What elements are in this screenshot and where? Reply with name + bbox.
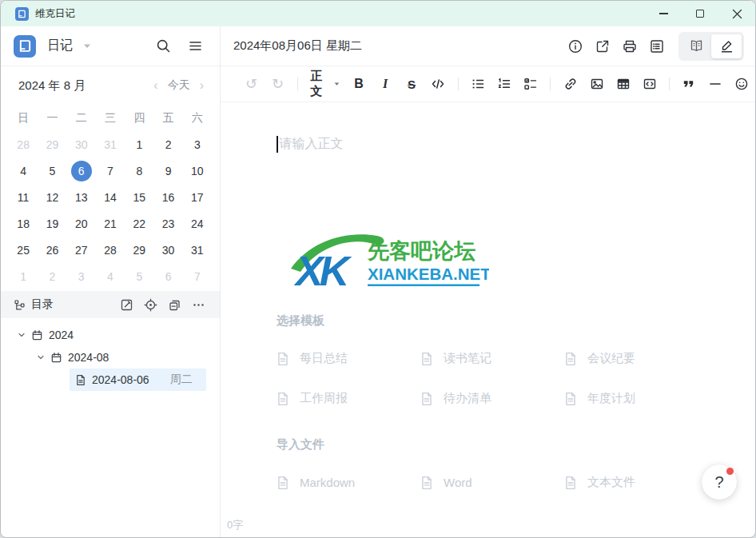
import-item[interactable]: Word (420, 472, 564, 493)
tree-item[interactable]: 2024-08 (1, 346, 220, 369)
template-item[interactable]: 待办清单 (420, 388, 564, 409)
calendar-day[interactable]: 22 (125, 210, 153, 237)
menu-button[interactable] (185, 36, 205, 57)
divider-button[interactable] (705, 73, 726, 95)
calendar-day[interactable]: 2 (38, 263, 66, 289)
file-icon (564, 476, 577, 490)
calendar-day[interactable]: 13 (67, 184, 96, 210)
close-button[interactable] (718, 1, 755, 26)
file-icon (277, 392, 289, 406)
calendar-day[interactable]: 20 (67, 210, 96, 237)
inline-code-button[interactable] (428, 73, 448, 95)
template-item[interactable]: 读书笔记 (420, 348, 564, 369)
calendar-day[interactable]: 6 (153, 263, 182, 289)
calendar-day[interactable]: 28 (9, 131, 38, 157)
calendar-day[interactable]: 8 (125, 157, 153, 184)
calendar-day[interactable]: 7 (96, 157, 125, 184)
calendar-day[interactable]: 1 (9, 263, 38, 289)
table-button[interactable] (613, 73, 634, 95)
bullet-list-button[interactable] (468, 73, 488, 95)
read-mode-button[interactable] (681, 34, 711, 58)
strikethrough-button[interactable]: S (401, 73, 422, 95)
import-item[interactable]: 文本文件 (564, 472, 708, 493)
edit-note-icon (120, 298, 133, 312)
link-button[interactable] (560, 73, 581, 95)
calendar-day[interactable]: 6 (67, 157, 96, 184)
redo-button[interactable]: ↻ (268, 73, 288, 95)
bold-button[interactable]: B (348, 73, 369, 95)
maximize-button[interactable] (682, 1, 718, 26)
calendar-day[interactable]: 17 (183, 184, 212, 210)
calendar-day[interactable]: 28 (96, 237, 125, 263)
template-item[interactable]: 每日总结 (277, 348, 420, 369)
calendar-day[interactable]: 9 (153, 157, 182, 184)
help-button[interactable]: ? (702, 464, 737, 500)
calendar-day[interactable]: 27 (67, 237, 96, 263)
emoji-button[interactable] (731, 73, 752, 95)
calendar-day[interactable]: 29 (125, 237, 153, 263)
undo-button[interactable]: ↺ (241, 73, 262, 95)
calendar-day[interactable]: 24 (183, 210, 212, 237)
calendar-day[interactable]: 30 (153, 237, 182, 263)
calendar-day[interactable]: 16 (153, 184, 182, 210)
template-grid: 每日总结读书笔记会议纪要工作周报待办清单年度计划 (277, 348, 708, 409)
calendar-day[interactable]: 25 (9, 237, 38, 263)
ordered-list-button[interactable] (494, 73, 515, 95)
task-list-button[interactable] (520, 73, 541, 95)
info-button[interactable] (562, 33, 589, 60)
search-button[interactable] (153, 36, 173, 57)
calendar-day[interactable]: 14 (96, 184, 125, 210)
tree-item[interactable]: 2024-08-06周二 (70, 369, 206, 391)
italic-button[interactable]: I (375, 73, 396, 95)
new-note-button[interactable] (117, 296, 135, 313)
image-button[interactable] (587, 73, 607, 95)
collapse-all-button[interactable] (165, 296, 183, 313)
calendar-day[interactable]: 15 (125, 184, 153, 210)
calendar-day[interactable]: 5 (125, 263, 153, 289)
directory-header: 目录 (1, 291, 220, 318)
prev-month-button[interactable]: ‹ (153, 79, 157, 92)
calendar-day[interactable]: 10 (183, 157, 212, 184)
calendar-day[interactable]: 31 (183, 237, 212, 263)
today-button[interactable]: 今天 (168, 78, 190, 93)
minimize-button[interactable] (645, 1, 682, 26)
chevron-down-icon[interactable] (17, 330, 26, 340)
calendar-day[interactable]: 29 (38, 131, 66, 157)
calendar-day[interactable]: 3 (67, 263, 96, 289)
calendar-day[interactable]: 3 (183, 131, 212, 157)
calendar-day[interactable]: 11 (9, 184, 38, 210)
calendar-day[interactable]: 19 (38, 210, 66, 237)
template-item[interactable]: 会议纪要 (564, 348, 708, 369)
import-item[interactable]: Markdown (277, 472, 420, 493)
more-options-button[interactable] (189, 296, 207, 313)
calendar-day[interactable]: 5 (38, 157, 66, 184)
editor-area[interactable]: 请输入正文 XK 先客吧论坛 XIANKEBA.NET 选择模板 每日总结读书笔… (221, 102, 755, 537)
calendar-day[interactable]: 2 (153, 131, 182, 157)
print-button[interactable] (616, 33, 643, 60)
calendar-day[interactable]: 12 (38, 184, 66, 210)
calendar-day[interactable]: 23 (153, 210, 182, 237)
export-button[interactable] (589, 33, 616, 60)
template-item[interactable]: 工作周报 (277, 388, 420, 409)
template-item[interactable]: 年度计划 (564, 388, 708, 409)
notebook-switcher[interactable]: 日记 (44, 38, 94, 54)
locate-today-button[interactable] (141, 296, 159, 313)
tree-item[interactable]: 2024 (1, 324, 220, 346)
calendar-day[interactable]: 26 (38, 237, 66, 263)
calendar-day[interactable]: 7 (183, 263, 212, 289)
edit-mode-button[interactable] (711, 34, 742, 58)
calendar-day[interactable]: 31 (96, 131, 125, 157)
quote-button[interactable] (678, 73, 699, 95)
code-block-button[interactable] (639, 73, 660, 95)
calendar-day[interactable]: 4 (9, 157, 38, 184)
app-window: 维克日记 日记 (0, 0, 756, 538)
calendar-day[interactable]: 1 (125, 131, 153, 157)
outline-button[interactable] (643, 33, 670, 60)
paragraph-style-dropdown[interactable]: 正文 (307, 73, 343, 95)
calendar-day[interactable]: 18 (9, 210, 38, 237)
chevron-down-icon[interactable] (36, 353, 46, 362)
calendar-day[interactable]: 21 (96, 210, 125, 237)
calendar-day[interactable]: 30 (67, 131, 96, 157)
calendar-day[interactable]: 4 (96, 263, 125, 289)
next-month-button[interactable]: › (200, 79, 204, 92)
